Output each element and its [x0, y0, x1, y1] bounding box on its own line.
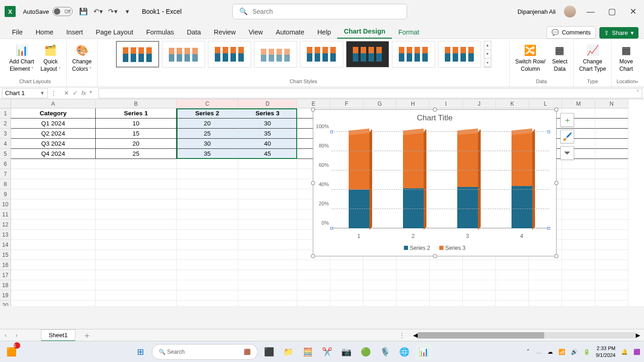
col-header-F[interactable]: F	[330, 99, 363, 108]
row-header-11[interactable]: 11	[0, 209, 11, 220]
cell-M13[interactable]	[562, 230, 595, 240]
cell-M12[interactable]	[562, 220, 595, 230]
cell-A16[interactable]	[11, 260, 96, 270]
cell-D16[interactable]	[238, 260, 297, 270]
cell-C4[interactable]: 30	[177, 139, 238, 149]
cell-B19[interactable]	[96, 290, 177, 300]
col-header-I[interactable]: I	[430, 99, 463, 108]
legend-item[interactable]: Series 3	[439, 245, 466, 251]
row-header-12[interactable]: 12	[0, 220, 11, 230]
cell-A6[interactable]	[11, 159, 96, 169]
cell-D20[interactable]	[238, 300, 297, 306]
snipping-tool-icon[interactable]: ✂️	[319, 344, 335, 360]
chart-plot-area[interactable]: 0%20%40%60%80%100%	[332, 132, 549, 228]
col-header-A[interactable]: A	[11, 99, 96, 108]
select-data-button[interactable]: ▦Select Data	[551, 41, 569, 74]
comments-button[interactable]: 💬 Comments	[546, 26, 596, 39]
cell-A2[interactable]: Q1 2024	[11, 119, 96, 129]
cell-M15[interactable]	[562, 250, 595, 260]
undo-icon[interactable]: ↶▾	[94, 7, 102, 16]
cell-D6[interactable]	[238, 159, 297, 169]
cell-F20[interactable]	[330, 300, 363, 306]
cell-N20[interactable]	[595, 300, 628, 306]
style-gallery-scroll[interactable]: ▲▼▾	[484, 41, 491, 68]
tab-review[interactable]: Review	[207, 26, 242, 39]
row-header-9[interactable]: 9	[0, 189, 11, 199]
cell-A15[interactable]	[11, 250, 96, 260]
cell-I19[interactable]	[430, 290, 463, 300]
row-header-16[interactable]: 16	[0, 260, 11, 270]
cell-M17[interactable]	[562, 270, 595, 280]
cell-L18[interactable]	[529, 280, 562, 290]
camera-icon[interactable]: 📷	[339, 344, 354, 360]
cell-B16[interactable]	[96, 260, 177, 270]
col-header-B[interactable]: B	[96, 99, 177, 108]
row-header-13[interactable]: 13	[0, 230, 11, 240]
cell-F16[interactable]	[330, 260, 363, 270]
maximize-button[interactable]: ▢	[605, 6, 618, 17]
cell-I16[interactable]	[430, 260, 463, 270]
cell-N19[interactable]	[595, 290, 628, 300]
tab-automate[interactable]: Automate	[270, 26, 311, 39]
cell-D3[interactable]: 35	[238, 129, 297, 139]
cell-C10[interactable]	[177, 199, 238, 209]
horizontal-scrollbar[interactable]	[418, 332, 636, 339]
col-header-H[interactable]: H	[397, 99, 430, 108]
col-header-M[interactable]: M	[562, 99, 595, 108]
cell-C19[interactable]	[177, 290, 238, 300]
cell-H18[interactable]	[397, 280, 430, 290]
cell-J19[interactable]	[463, 290, 496, 300]
chrome-icon[interactable]: 🌐	[397, 344, 412, 360]
tray-wifi-icon[interactable]: 📶	[558, 349, 565, 355]
cell-D7[interactable]	[238, 169, 297, 179]
col-header-J[interactable]: J	[463, 99, 496, 108]
cell-A14[interactable]	[11, 240, 96, 250]
minimize-button[interactable]: —	[584, 7, 597, 17]
cell-A13[interactable]	[11, 230, 96, 240]
cell-E19[interactable]	[297, 290, 330, 300]
row-header-15[interactable]: 15	[0, 250, 11, 260]
cell-C7[interactable]	[177, 169, 238, 179]
chart-style-5[interactable]	[300, 41, 343, 68]
tray-battery-icon[interactable]: 🔋	[583, 349, 590, 355]
cell-H16[interactable]	[397, 260, 430, 270]
accept-formula-icon[interactable]: ✓	[73, 90, 78, 96]
tab-page-layout[interactable]: Page Layout	[89, 26, 139, 39]
copilot-icon[interactable]: 🟧1	[4, 344, 19, 360]
change-colors-button[interactable]: 🎨Change Colors	[71, 41, 92, 74]
cell-E18[interactable]	[297, 280, 330, 290]
user-name[interactable]: Dipanjenah Ali	[518, 8, 556, 15]
cell-A5[interactable]: Q4 2024	[11, 149, 96, 159]
cell-N9[interactable]	[595, 189, 628, 199]
col-header-G[interactable]: G	[363, 99, 397, 108]
task-view-icon[interactable]: ⬛	[261, 344, 277, 360]
row-header-10[interactable]: 10	[0, 199, 11, 209]
tray-volume-icon[interactable]: 🔊	[571, 349, 578, 355]
cell-D10[interactable]	[238, 199, 297, 209]
cell-N5[interactable]	[595, 149, 628, 159]
cell-G19[interactable]	[363, 290, 397, 300]
search-box[interactable]: 🔍 Search	[232, 4, 407, 19]
cell-C12[interactable]	[177, 220, 238, 230]
cell-B18[interactable]	[96, 280, 177, 290]
col-header-L[interactable]: L	[529, 99, 562, 108]
close-button[interactable]: ✕	[627, 6, 639, 17]
cell-G17[interactable]	[363, 270, 397, 280]
cell-C14[interactable]	[177, 240, 238, 250]
cell-K17[interactable]	[496, 270, 529, 280]
cell-A11[interactable]	[11, 209, 96, 220]
taskbar-search[interactable]: 🔍 Search🟫	[152, 344, 258, 360]
cell-D5[interactable]: 45	[238, 149, 297, 159]
cell-B3[interactable]: 15	[96, 129, 177, 139]
cell-N15[interactable]	[595, 250, 628, 260]
cell-N18[interactable]	[595, 280, 628, 290]
cell-B5[interactable]: 25	[96, 149, 177, 159]
cell-E16[interactable]	[297, 260, 330, 270]
cancel-formula-icon[interactable]: ✕	[64, 90, 69, 96]
chart-style-8[interactable]	[438, 41, 481, 68]
cell-A12[interactable]	[11, 220, 96, 230]
cell-A19[interactable]	[11, 290, 96, 300]
cell-D15[interactable]	[238, 250, 297, 260]
cell-F17[interactable]	[330, 270, 363, 280]
tab-insert[interactable]: Insert	[60, 26, 89, 39]
